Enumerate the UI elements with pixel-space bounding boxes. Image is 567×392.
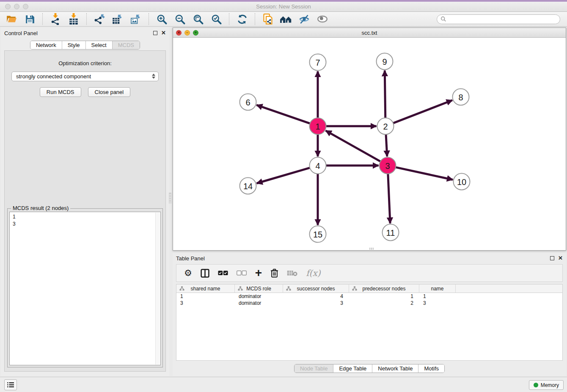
select-all-rows-icon[interactable]	[218, 267, 228, 279]
import-network-icon[interactable]	[48, 13, 63, 25]
edge-4-14[interactable]	[257, 168, 310, 183]
graph-node-label-3: 3	[385, 161, 390, 171]
tab-network[interactable]: Network	[30, 41, 62, 49]
table-cell-predecessor-nodes[interactable]: 1	[349, 293, 419, 300]
save-session-icon[interactable]	[22, 13, 37, 25]
control-panel-title: Control Panel	[4, 30, 38, 36]
main-toolbar	[0, 12, 567, 27]
table-cell-name[interactable]: 1	[419, 293, 456, 300]
table-cell-name[interactable]: 3	[419, 300, 456, 306]
mcds-panel: Optimization criterion: strongly connect…	[4, 50, 166, 372]
table-settings-gear-icon[interactable]: ⚙	[184, 267, 192, 279]
graph-node-label-15: 15	[313, 230, 322, 239]
float-table-panel-icon[interactable]	[550, 256, 554, 260]
panel-splitter-grip[interactable]	[169, 193, 171, 204]
function-builder-label: f(x)	[306, 268, 320, 278]
tab-style[interactable]: Style	[62, 41, 85, 49]
table-cell-successor-nodes[interactable]: 3	[283, 300, 349, 306]
bottom-splitter-grip[interactable]	[369, 248, 374, 250]
network-canvas-svg[interactable]: 7968124314101511	[173, 38, 566, 250]
column-header-mcds-role[interactable]: MCDS role	[235, 284, 283, 293]
app-title: Session: New Session	[0, 3, 567, 10]
graph-node-label-2: 2	[383, 122, 388, 131]
delete-table-icon	[287, 267, 297, 279]
tab-motifs[interactable]: Motifs	[418, 364, 444, 373]
edge-3-1[interactable]	[326, 131, 380, 162]
tab-edge-table[interactable]: Edge Table	[333, 364, 372, 373]
edge-3-11[interactable]	[388, 174, 390, 223]
control-panel: Control Panel ✕ NetworkStyleSelectMCDS O…	[1, 28, 169, 376]
zoom-in-icon[interactable]	[154, 13, 169, 25]
table-cell-shared-name[interactable]: 1	[176, 293, 235, 300]
window-top-accent	[0, 0, 567, 2]
table-row[interactable]: 1dominator411	[176, 293, 562, 300]
result-scrollbar[interactable]	[155, 213, 160, 364]
open-session-icon[interactable]	[4, 13, 19, 25]
table-cell-successor-nodes[interactable]: 4	[283, 293, 349, 300]
edge-3-10[interactable]	[396, 167, 453, 179]
column-header-shared-name[interactable]: shared name	[176, 284, 235, 293]
task-history-button[interactable]	[4, 379, 17, 390]
tab-network-table[interactable]: Network Table	[372, 364, 418, 373]
mcds-result-textarea[interactable]: 13	[9, 212, 161, 365]
edge-2-9[interactable]	[385, 70, 385, 118]
table-panel-title: Table Panel	[176, 255, 205, 262]
edge-1-6[interactable]	[256, 105, 310, 124]
search-box[interactable]	[437, 14, 560, 24]
task-list-icon	[7, 381, 14, 388]
edge-2-3[interactable]	[386, 134, 387, 156]
graph-node-label-8: 8	[458, 93, 463, 102]
graph-node-label-4: 4	[315, 161, 320, 171]
show-graphics-details-icon[interactable]	[315, 13, 330, 25]
hide-graphics-details-icon[interactable]	[297, 13, 311, 25]
close-table-panel-icon[interactable]: ✕	[558, 255, 563, 261]
float-panel-icon[interactable]	[153, 31, 157, 35]
search-icon	[440, 16, 446, 22]
table-row[interactable]: 3dominator323	[176, 300, 562, 306]
zoom-fit-icon[interactable]	[191, 13, 205, 25]
run-mcds-button[interactable]: Run MCDS	[40, 87, 81, 97]
zoom-out-icon[interactable]	[173, 13, 187, 25]
memory-status-icon	[534, 383, 538, 387]
search-input[interactable]	[449, 16, 556, 22]
export-network-icon[interactable]	[92, 13, 107, 25]
mcds-result-title: MCDS result (2 nodes)	[11, 205, 70, 211]
network-view-window: ✕ − + scc.txt 7968124314101511	[173, 28, 566, 251]
close-panel-button[interactable]: Close panel	[88, 87, 131, 97]
table-panel-header: Table Panel ✕	[173, 253, 566, 264]
deselect-all-rows-icon[interactable]	[237, 267, 247, 279]
delete-column-icon[interactable]	[270, 267, 278, 279]
column-header-predecessor-nodes[interactable]: predecessor nodes	[349, 284, 419, 293]
mcds-result-line: 1	[13, 213, 157, 221]
export-table-icon[interactable]	[110, 13, 125, 25]
function-builder-icon: f(x)	[306, 267, 320, 279]
graph-node-label-6: 6	[245, 98, 250, 107]
edge-2-8[interactable]	[393, 100, 452, 123]
control-panel-tabs: NetworkStyleSelectMCDS	[30, 41, 140, 50]
optimization-criterion-select[interactable]: strongly connected component	[11, 72, 159, 81]
column-selector-icon[interactable]	[201, 267, 209, 279]
tab-node-table[interactable]: Node Table	[295, 364, 333, 373]
graph-node-label-10: 10	[457, 177, 466, 187]
tab-mcds[interactable]: MCDS	[112, 41, 140, 49]
export-image-icon[interactable]	[129, 13, 143, 25]
open-ndex-icon[interactable]	[279, 13, 293, 25]
close-panel-icon[interactable]: ✕	[161, 30, 166, 36]
add-column-icon[interactable]: +	[255, 267, 262, 279]
import-table-icon[interactable]	[66, 13, 81, 25]
refresh-view-icon[interactable]	[235, 13, 249, 25]
graph-node-label-14: 14	[243, 182, 253, 191]
table-cell-shared-name[interactable]: 3	[176, 300, 235, 306]
copy-network-to-clipboard-icon[interactable]	[261, 13, 275, 25]
graph-node-label-1: 1	[315, 122, 320, 131]
table-cell-mcds-role[interactable]: dominator	[235, 300, 283, 306]
column-header-successor-nodes[interactable]: successor nodes	[283, 284, 349, 293]
network-window-title: scc.txt	[173, 30, 566, 36]
tab-select[interactable]: Select	[85, 41, 112, 49]
table-cell-predecessor-nodes[interactable]: 2	[349, 300, 419, 306]
zoom-selected-icon[interactable]	[209, 13, 223, 25]
memory-button[interactable]: Memory	[529, 380, 564, 390]
column-header-name[interactable]: name	[419, 284, 456, 293]
table-cell-mcds-role[interactable]: dominator	[235, 293, 283, 300]
network-window-titlebar[interactable]: ✕ − + scc.txt	[173, 28, 566, 38]
